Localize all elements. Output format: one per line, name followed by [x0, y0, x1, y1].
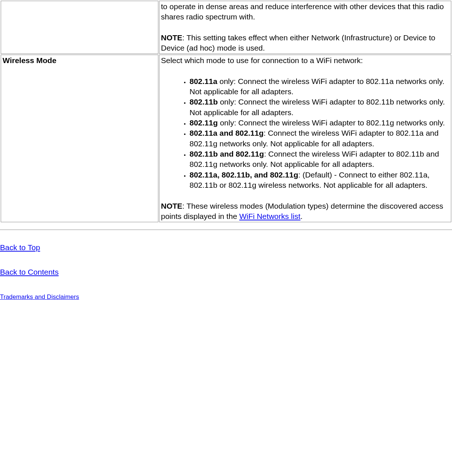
wireless-modes-list: 802.11a only: Connect the wireless WiFi … [161, 76, 449, 191]
description-fragment: to operate in dense areas and reduce int… [161, 1, 449, 22]
setting-label-cell: Wireless Mode [1, 55, 158, 222]
mode-name: 802.11a, 802.11b, and 802.11g [190, 171, 298, 179]
mode-name: 802.11b and 802.11g [190, 150, 264, 158]
mode-text: only: Connect the wireless WiFi adapter … [218, 118, 445, 127]
mode-name: 802.11g [190, 118, 218, 127]
setting-label-cell [1, 1, 158, 54]
mode-text: only: Connect the wireless WiFi adapter … [190, 98, 445, 116]
mode-text: only: Connect the wireless WiFi adapter … [190, 77, 444, 96]
table-row: to operate in dense areas and reduce int… [1, 1, 451, 54]
description-intro: Select which mode to use for connection … [161, 55, 449, 66]
note-paragraph: NOTE: These wireless modes (Modulation t… [161, 201, 449, 222]
trademarks-link[interactable]: Trademarks and Disclaimers [0, 293, 79, 300]
footer-links: Back to Top Back to Contents [0, 242, 452, 277]
list-item: 802.11a, 802.11b, and 802.11g: (Default)… [190, 170, 449, 191]
list-item: 802.11g only: Connect the wireless WiFi … [190, 118, 449, 128]
note-text-post: . [300, 212, 302, 220]
divider [0, 230, 452, 230]
mode-name: 802.11b [190, 98, 218, 106]
back-to-top-link[interactable]: Back to Top [0, 243, 40, 252]
footer-small: Trademarks and Disclaimers [0, 291, 452, 301]
setting-description-cell: to operate in dense areas and reduce int… [159, 1, 451, 54]
mode-name: 802.11a and 802.11g [190, 129, 264, 137]
note-paragraph: NOTE: This setting takes effect when eit… [161, 33, 449, 54]
note-label: NOTE [161, 33, 182, 42]
list-item: 802.11b and 802.11g: Connect the wireles… [190, 149, 449, 170]
list-item: 802.11b only: Connect the wireless WiFi … [190, 97, 449, 118]
note-text: : This setting takes effect when either … [161, 33, 436, 52]
list-item: 802.11a only: Connect the wireless WiFi … [190, 76, 449, 97]
wifi-networks-list-link[interactable]: WiFi Networks list [239, 212, 301, 220]
mode-name: 802.11a [190, 77, 217, 85]
note-label: NOTE [161, 202, 182, 210]
setting-description-cell: Select which mode to use for connection … [159, 55, 451, 222]
settings-table: to operate in dense areas and reduce int… [0, 0, 452, 223]
list-item: 802.11a and 802.11g: Connect the wireles… [190, 128, 449, 149]
back-to-contents-link[interactable]: Back to Contents [0, 268, 59, 276]
table-row: Wireless Mode Select which mode to use f… [1, 55, 451, 222]
